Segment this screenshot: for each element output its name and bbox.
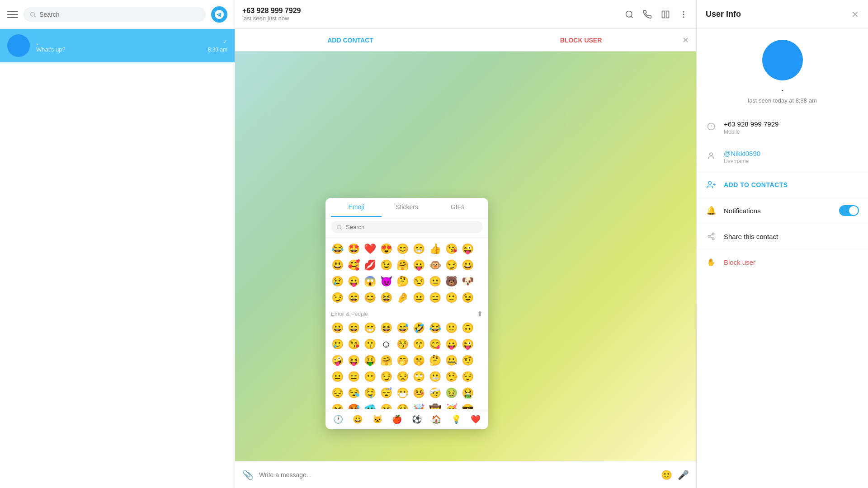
emoji-cat-travel[interactable]: 🏠 (428, 412, 446, 427)
emoji-cell[interactable]: 😋 (427, 336, 443, 352)
emoji-cell[interactable]: 😂 (329, 241, 345, 257)
chat-list-item[interactable]: . What's up? ✓ 8:39 am (0, 29, 235, 62)
emoji-cell[interactable]: 😍 (378, 241, 394, 257)
emoji-cat-symbols[interactable]: ❤️ (467, 412, 485, 427)
emoji-cell[interactable]: 😘 (443, 241, 459, 257)
emoji-cat-sports[interactable]: ⚽ (408, 412, 426, 427)
emoji-cell[interactable]: 🤒 (410, 385, 427, 401)
emoji-cell[interactable]: 🤭 (394, 352, 410, 369)
emoji-cell[interactable]: 😜 (459, 241, 476, 257)
emoji-cell[interactable]: 😝 (345, 352, 362, 369)
emoji-cell[interactable]: 😊 (362, 290, 378, 306)
emoji-button[interactable]: 🙂 (661, 469, 672, 480)
emoji-cell[interactable]: 😁 (362, 320, 378, 336)
emoji-cell[interactable]: 🙂 (443, 290, 459, 306)
emoji-cell[interactable]: 🥰 (345, 257, 362, 273)
emoji-cell[interactable]: 🤣 (410, 320, 427, 336)
emoji-cell[interactable]: 😄 (345, 320, 362, 336)
emoji-cell[interactable]: 🤐 (443, 352, 459, 369)
emoji-cell[interactable]: 😢 (329, 273, 345, 290)
emoji-cell[interactable]: 🥶 (362, 401, 378, 409)
emoji-cell[interactable]: 🥵 (345, 401, 362, 409)
emoji-cell[interactable]: 😚 (394, 336, 410, 352)
emoji-cell[interactable]: 😀 (459, 257, 476, 273)
emoji-cell[interactable]: ☺️ (378, 336, 394, 352)
emoji-cell[interactable]: 😊 (394, 241, 410, 257)
emoji-cell[interactable]: 😑 (345, 369, 362, 385)
emoji-cell[interactable]: 😶 (362, 369, 378, 385)
emoji-cell[interactable]: 🤫 (410, 352, 427, 369)
emoji-cell[interactable]: 💋 (362, 257, 378, 273)
emoji-cell[interactable]: 😐 (427, 273, 443, 290)
emoji-cell[interactable]: 🥲 (329, 336, 345, 352)
emoji-cell[interactable]: 😆 (378, 320, 394, 336)
tab-stickers[interactable]: Stickers (382, 198, 432, 217)
emoji-cell[interactable]: 😴 (378, 385, 394, 401)
emoji-cell[interactable]: 🤥 (443, 369, 459, 385)
emoji-cell[interactable]: 🤧 (329, 401, 345, 409)
emoji-cell[interactable]: 😅 (394, 320, 410, 336)
emoji-cell[interactable]: 😪 (345, 385, 362, 401)
emoji-cell[interactable]: 🤌 (394, 290, 410, 306)
username-value[interactable]: @Nikki0890 (724, 150, 859, 157)
emoji-cell[interactable]: 😔 (329, 385, 345, 401)
emoji-cell[interactable]: 😜 (459, 336, 476, 352)
emoji-cell[interactable]: 😌 (459, 369, 476, 385)
menu-icon[interactable] (7, 9, 18, 20)
block-user-row[interactable]: ✋ Block user (697, 249, 868, 275)
emoji-cell[interactable]: 🤨 (459, 352, 476, 369)
emoji-cell[interactable]: 😂 (427, 320, 443, 336)
emoji-cell[interactable]: 😏 (443, 257, 459, 273)
emoji-cell[interactable]: 😒 (394, 369, 410, 385)
search-messages-icon[interactable] (624, 9, 635, 20)
emoji-cell[interactable]: 🤑 (362, 352, 378, 369)
message-input[interactable] (259, 471, 656, 479)
emoji-cell[interactable]: 🙃 (459, 320, 476, 336)
share-contact-row[interactable]: Share this contact (697, 223, 868, 249)
emoji-cell[interactable]: 😗 (362, 336, 378, 352)
emoji-cell[interactable]: 🤠 (427, 401, 443, 409)
add-to-contacts-row[interactable]: ADD TO CONTACTS (697, 172, 868, 197)
emoji-cell[interactable]: 😁 (410, 241, 427, 257)
tab-emoji[interactable]: Emoji (331, 198, 382, 217)
emoji-cat-people[interactable]: 😀 (349, 412, 367, 427)
emoji-cat-objects[interactable]: 💡 (447, 412, 465, 427)
close-panel-button[interactable]: ✕ (851, 9, 859, 20)
emoji-cat-food[interactable]: 🍎 (388, 412, 406, 427)
emoji-cat-animals[interactable]: 🐱 (368, 412, 387, 427)
emoji-cell[interactable]: 🤢 (443, 385, 459, 401)
emoji-cell[interactable]: 🙂 (443, 320, 459, 336)
more-options-icon[interactable] (678, 9, 689, 20)
emoji-cell[interactable]: 🤔 (394, 273, 410, 290)
emoji-cell[interactable]: 😏 (329, 290, 345, 306)
emoji-cell[interactable]: 🤗 (378, 352, 394, 369)
emoji-cell[interactable]: 😱 (362, 273, 378, 290)
emoji-cell[interactable]: 😷 (394, 385, 410, 401)
emoji-cell[interactable]: 😒 (410, 273, 427, 290)
notifications-toggle[interactable] (839, 205, 859, 216)
mic-icon[interactable]: 🎤 (678, 469, 689, 480)
emoji-cat-recent[interactable]: 🕐 (329, 412, 347, 427)
emoji-cell[interactable]: 😉 (459, 290, 476, 306)
emoji-cell[interactable]: ❤️ (362, 241, 378, 257)
emoji-cell[interactable]: 😛 (410, 257, 427, 273)
add-contact-button[interactable]: ADD CONTACT (235, 30, 466, 50)
emoji-cell[interactable]: 😐 (329, 369, 345, 385)
emoji-cell[interactable]: 😐 (410, 290, 427, 306)
emoji-cell[interactable]: 😵 (394, 401, 410, 409)
emoji-cell[interactable]: 😆 (378, 290, 394, 306)
emoji-cell[interactable]: 😘 (345, 336, 362, 352)
emoji-cell[interactable]: 👍 (427, 241, 443, 257)
emoji-cell[interactable]: 😏 (378, 369, 394, 385)
columns-icon[interactable] (660, 9, 671, 20)
emoji-cell[interactable]: 🤪 (329, 352, 345, 369)
emoji-cell[interactable]: 😬 (427, 369, 443, 385)
attach-icon[interactable]: 📎 (242, 469, 254, 480)
emoji-search-input[interactable] (346, 224, 477, 230)
emoji-cell[interactable]: 😑 (427, 290, 443, 306)
call-icon[interactable] (642, 9, 653, 20)
emoji-cell[interactable]: 😈 (378, 273, 394, 290)
search-input[interactable] (39, 11, 199, 18)
block-user-button[interactable]: BLOCK USER (466, 30, 696, 50)
emoji-cell[interactable]: 🤩 (345, 241, 362, 257)
